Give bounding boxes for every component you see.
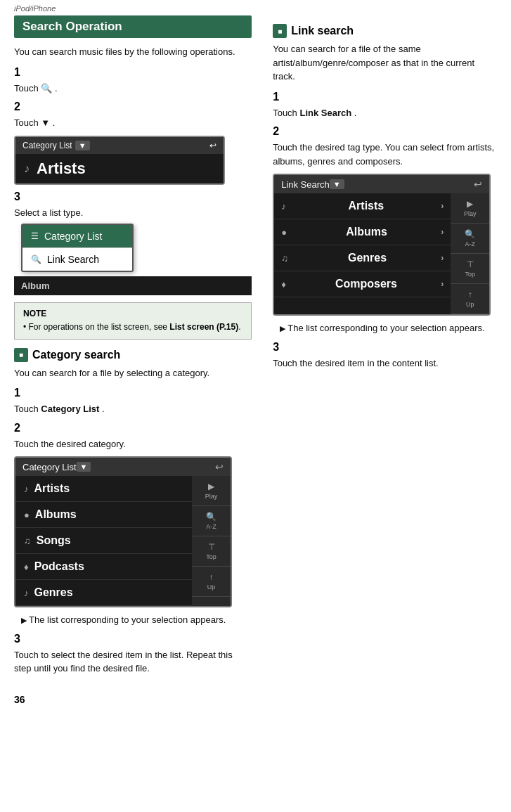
link-screen-back[interactable]: ↩ [474,179,482,190]
az-label: A-Z [206,523,216,530]
chevron-genres: › [441,253,444,263]
cat-step-2-number: 2 [14,422,252,434]
category-list-big-screen: Category List ▼ ↩ ♪ Artists ● Albums [14,456,232,607]
link-result-text: The list corresponding to your selection… [273,321,497,335]
link-search-intro: You can search for a file of the same ar… [273,42,497,84]
up-label: Up [207,584,216,591]
big-screen-header: Category List ▼ ↩ [15,458,231,476]
category-search-heading: ■ Category search [14,348,252,362]
link-screen-sidebar: ▶ Play 🔍 A-Z ⊤ Top ↑ Up [451,193,489,314]
cat-step-3-number: 3 [14,633,252,645]
play-icon: ▶ [208,482,214,491]
link-screen-title: Link Search [281,179,330,190]
link-screen-list: ♪ Artists › ● Albums › ♫ Genres › [274,193,451,314]
step-3-number: 3 [14,191,252,203]
list-item-podcasts[interactable]: ♦ Podcasts [15,554,192,580]
big-screen-arrow[interactable]: ▼ [77,462,91,472]
big-screen-back[interactable]: ↩ [215,461,224,472]
up-btn[interactable]: ↑ Up [192,567,231,597]
dropdown-arrow-btn[interactable]: ▼ [75,141,90,150]
albums-icon: ● [24,510,30,520]
cat-step-2-text: Touch the desired category. [14,437,252,451]
overlay-menu: ☰ Category List 🔍 Link Search [21,224,134,272]
search-intro-text: You can search music files by the follow… [14,45,252,59]
cat-step-3-text: Touch to select the desired item in the … [14,648,252,676]
link-top-btn[interactable]: ⊤ Top [451,254,489,284]
link-composers-icon: ♦ [281,279,286,290]
albums-label: Albums [35,508,77,521]
list-item-artists[interactable]: ♪ Artists [15,476,192,502]
link-up-icon: ↑ [468,290,472,299]
songs-label: Songs [37,534,71,547]
genres-label: Genres [34,586,73,599]
link-step-2-text: Touch the desired tag type. You can sele… [273,141,497,168]
category-list-screen: Category List ▼ ↩ ♪ Artists [14,136,225,185]
list-item-genres[interactable]: ♪ Genres [15,580,192,606]
link-artists-icon: ♪ [281,201,286,212]
podcasts-icon: ♦ [24,562,29,572]
link-step-1-number: 1 [273,91,497,103]
category-search-title: Category search [32,349,120,361]
note-text: • For operations on the list screen, see… [23,321,242,333]
big-screen-title: Category List [22,462,77,472]
link-search-screen: Link Search ▼ ↩ ♪ Artists › ● Albums › [273,174,491,316]
link-play-btn[interactable]: ▶ Play [451,193,489,224]
category-search-icon: ■ [14,348,28,362]
link-albums-icon: ● [281,227,287,238]
left-column: Search Operation You can search music fi… [14,15,266,680]
az-icon: 🔍 [206,512,216,522]
big-screen-list: ♪ Artists ● Albums ♫ Songs ♦ Podcasts [15,476,192,606]
link-step-1-text: Touch Link Search . [273,106,497,120]
link-item-artists[interactable]: ♪ Artists › [274,193,451,219]
list-item-albums[interactable]: ● Albums [15,502,192,528]
menu-item-link-search[interactable]: 🔍 Link Search [22,248,132,271]
note-title: NOTE [23,309,242,318]
link-item-genres[interactable]: ♫ Genres › [274,245,451,271]
right-column: ■ Link search You can search for a file … [266,15,497,680]
link-item-composers[interactable]: ♦ Composers › [274,271,451,297]
genres-icon: ♪ [24,588,29,598]
link-search-title: Link search [291,25,354,37]
back-icon[interactable]: ↩ [209,141,216,150]
link-item-albums[interactable]: ● Albums › [274,219,451,245]
link-az-icon: 🔍 [465,229,475,239]
artist-row: ♪ Artists [15,154,224,183]
link-top-icon: ⊤ [467,259,474,269]
menu-item-category-list[interactable]: ☰ Category List [22,225,132,248]
artists-label: Artists [34,482,70,495]
link-step-2-number: 2 [273,125,497,138]
up-icon: ↑ [209,572,214,582]
link-step-3-number: 3 [273,341,497,354]
page-layout: Search Operation You can search music fi… [0,15,511,680]
play-btn[interactable]: ▶ Play [192,476,231,506]
podcasts-label: Podcasts [34,560,84,573]
category-list-icon: ☰ [31,231,39,241]
menu-item-link-label: Link Search [47,254,99,265]
link-screen-arrow[interactable]: ▼ [330,179,344,189]
cat-result-text: The list corresponding to your selection… [14,613,252,627]
link-genres-label: Genres [348,252,387,264]
below-overlay-album: Album [14,276,252,295]
artist-label: Artists [37,160,86,178]
chevron-albums: › [441,227,444,237]
link-top-label: Top [465,271,475,278]
header-title: iPod/iPhone [14,4,56,13]
top-btn[interactable]: ⊤ Top [192,536,231,567]
link-up-btn[interactable]: ↑ Up [451,284,489,314]
category-search-intro: You can search for a file by selecting a… [14,366,252,380]
step-1-text: Touch 🔍 . [14,82,252,96]
cat-list-header: Category List ▼ ↩ [15,137,224,154]
list-item-songs[interactable]: ♫ Songs [15,528,192,554]
play-label: Play [205,493,218,500]
step-3-text: Select a list type. [14,206,252,220]
page-header: iPod/iPhone [0,0,511,15]
step-1-number: 1 [14,66,252,79]
link-search-heading: ■ Link search [273,24,497,38]
page-number: 36 [14,694,497,705]
az-btn[interactable]: 🔍 A-Z [192,506,231,536]
link-az-label: A-Z [465,240,475,247]
note-box: NOTE • For operations on the list screen… [14,302,252,340]
link-az-btn[interactable]: 🔍 A-Z [451,224,489,254]
cat-step-1-number: 1 [14,387,252,399]
step-2-number: 2 [14,101,252,113]
